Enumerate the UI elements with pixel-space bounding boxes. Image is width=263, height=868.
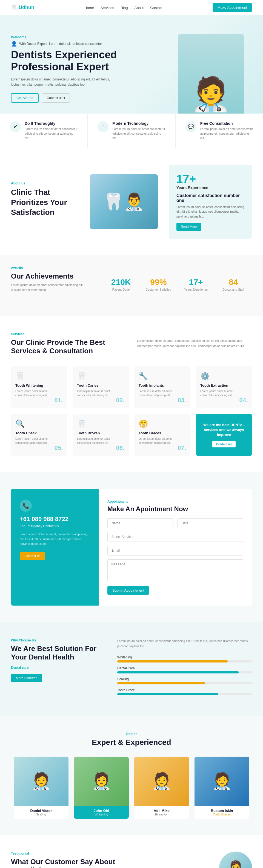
nav-contact[interactable]: Contact [150,6,163,10]
why-label: Why Choose Us [11,639,101,642]
get-started-button[interactable]: Get Started [11,93,39,103]
service-braces-desc: Lorem ipsum dolor sit amet consectetur a… [139,437,186,445]
about-section: About us Clinic That Prioritizes Your Sa… [0,148,263,255]
testimonial-label: Testimonial [11,851,165,856]
achievements-title: Our Achievements [11,272,86,280]
nav-blog[interactable]: Blog [121,6,128,10]
stat-patients-label: Patient Done [108,288,134,291]
doctor-daniel-name: Daniel Victor [17,809,65,813]
years-number: 17+ [176,173,244,186]
appointment-name-date-row [107,518,243,532]
stat-patients-number: 210K [108,277,134,287]
customer-satisfaction-title: Customer satisfaction number one [176,193,244,203]
skill-whitening-fill [117,660,228,662]
navbar: 🦷 Udhun Home Services Blog About Contact… [0,0,263,15]
stat-satisfied-label: Customer Satisfied [145,288,172,291]
submit-appointment-button[interactable]: Submit Appointment [107,586,149,595]
name-input[interactable] [107,518,173,528]
service-select[interactable]: Select Services [107,532,243,542]
appointment-label: Appointment [107,500,243,503]
message-group [107,559,243,582]
feature-thorough-desc: Lorem ipsum dolor sit amet consectetur a… [25,127,78,141]
service-extraction-title: Tooth Extraction [200,383,247,388]
contact-button[interactable]: Contact us ▾ [42,93,69,103]
implants-icon: 🔧 [139,372,186,381]
achievements-desc: Lorem ipsum dolor sit amet consectetur a… [11,283,86,292]
date-group [177,518,243,528]
appointment-phone: +61 089 988 8722 [20,516,90,523]
skill-tooth-brace: Tooth Brace [117,688,252,695]
service-contact-button[interactable]: Contact us [212,441,236,447]
stat-years-number: 17+ [183,277,209,287]
doctor-daniel-specialty: Scaling [17,813,65,816]
services-section: Services Our Clinic Provide The Best Ser… [0,316,263,472]
service-extraction-num: 04. [239,397,247,404]
service-whitening: 🦷 Tooth Whitening Lorem ipsum dolor sit … [11,366,67,408]
service-implants-desc: Lorem ipsum dolor sit amet consectetur a… [139,389,186,397]
hero-title: Dentists Experienced Professional Expert [11,49,170,73]
nav-home[interactable]: Home [84,6,94,10]
skill-scalling-fill [117,682,205,684]
why-left: Why Choose Us We Are Best Solution For Y… [11,639,101,682]
why-title: We Are Best Solution For Your Dental Hea… [11,645,101,661]
stat-patients: 210K Patient Done [102,272,140,297]
stat-doctors: 84 Doctor and Staff [214,272,252,297]
service-broken-title: Tooth Broken [77,431,124,435]
feature-consultation-content: Free Consultation Lorem ipsum dolor sit … [200,121,253,141]
skill-whitening-bar [117,660,252,662]
doctor-john-info: John Obi Whitening [74,806,129,819]
email-group [107,546,243,556]
feature-consultation-desc: Lorem ipsum dolor sit amet consectetur a… [200,127,253,141]
skill-scalling: Scalling [117,677,252,684]
doctor-adil: 🧑‍⚕️ Adil Miko Extraction [134,756,189,819]
caries-icon: 🦷 [77,372,124,381]
make-appointment-button[interactable]: Make Appointment [212,3,252,12]
about-label: About us [11,181,79,185]
technology-icon: ⊞ [97,121,109,132]
hero-buttons: Get Started Contact us ▾ [11,93,170,103]
services-header: Our Clinic Provide The Best Services & C… [11,338,252,355]
service-braces-title: Tooth Braces [139,431,186,435]
service-highlight: We are the best DENTAL services and we a… [196,414,252,456]
dot-pattern [230,851,252,868]
service-caries-title: Tooth Caries [77,383,124,388]
hero-welcome-label: Welcome [11,35,170,39]
stat-years-label: Years Experience [183,288,209,291]
achievements-label: Awards [11,266,252,270]
stat-doctors-label: Doctor and Staff [220,288,246,291]
doctor-john-photo: 🧑‍⚕️ [74,756,129,806]
service-broken: 🦷 Tooth Broken Lorem ipsum dolor sit ame… [72,414,129,456]
doctor-rustam-specialty: Tooth Braces [198,813,246,816]
read-more-button[interactable]: Read More [176,223,201,231]
service-caries-num: 02. [116,397,124,404]
hero-description: Lorem ipsum dolor sit amet, consectetur … [11,77,115,87]
about-right-desc: Lorem ipsum dolor sit amet, consectetur … [176,205,244,219]
doctor-adil-specialty: Extraction [138,813,186,816]
doctor-rustam-photo: 🧑‍⚕️ [195,756,249,806]
hero-section: Welcome 👤 With Doctor Expert Lorem dolor… [0,15,263,114]
service-whitening-desc: Lorem ipsum dolor sit amet consectetur a… [16,389,63,397]
doctors-grid: 🧑‍⚕️ Daniel Victor Scaling 🧑‍⚕️ John Obi… [11,756,252,819]
doctor-john-name: John Obi [77,809,125,813]
service-implants-num: 03. [177,397,186,404]
testimonial-title: What Our Customer Say About Our Clinic [11,858,165,868]
testimonial-left: Testimonial What Our Customer Say About … [11,851,165,868]
stat-doctors-number: 84 [220,277,246,287]
service-extraction: ⚙️ Tooth Extraction Lorem ipsum dolor si… [196,366,252,408]
service-check-desc: Lorem ipsum dolor sit amet consectetur a… [16,437,63,445]
service-check: 🔍 Tooth Check Lorem ipsum dolor sit amet… [11,414,67,456]
nav-services[interactable]: Services [100,6,114,10]
message-textarea[interactable] [107,559,243,581]
hero-content: Welcome 👤 With Doctor Expert Lorem dolor… [11,35,170,114]
testimonial-section: Testimonial What Our Customer Say About … [0,835,263,868]
feature-thorough-title: Do It Thoroughly [25,121,78,126]
appointment-contact-button[interactable]: Contact us [20,552,45,560]
date-input[interactable] [177,518,243,528]
more-features-button[interactable]: More Features [11,674,42,682]
why-subtitle: Dental care [11,666,101,670]
about-left: About us Clinic That Prioritizes Your Sa… [11,181,79,222]
doctor-john: 🧑‍⚕️ John Obi Whitening [74,756,129,819]
nav-about[interactable]: About [135,6,144,10]
email-input[interactable] [107,546,243,556]
service-check-title: Tooth Check [16,431,63,435]
